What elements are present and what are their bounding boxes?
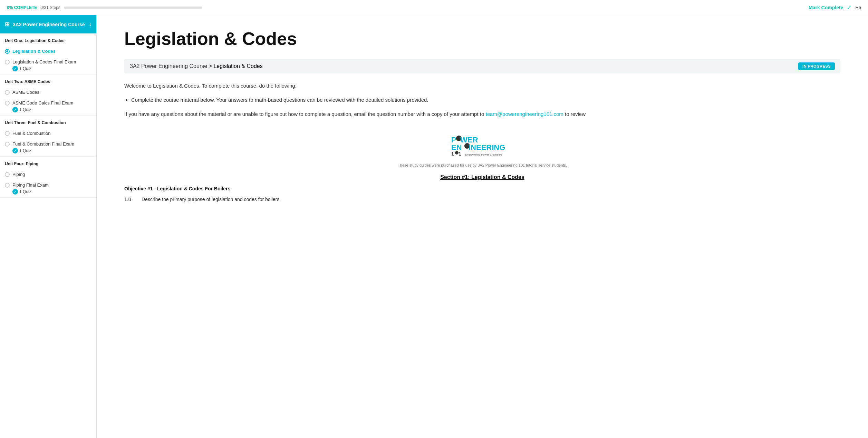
quiz-check-icon: ✓ xyxy=(12,148,18,153)
lesson-item-piping-exam[interactable]: Piping Final Exam ✓ 1 Quiz xyxy=(0,180,96,197)
unit-title-4: Unit Four: Piping xyxy=(0,157,96,169)
lesson-row: Legislation & Codes Final Exam xyxy=(5,59,91,64)
svg-text:1: 1 xyxy=(459,151,461,156)
quiz-text: 1 Quiz xyxy=(19,189,31,194)
unit-section-2: Unit Two: ASME Codes ASME Codes ASME Cod… xyxy=(0,74,96,116)
collapse-icon[interactable]: ‹ xyxy=(89,21,91,28)
lesson-item-piping[interactable]: Piping xyxy=(0,169,96,180)
quiz-text: 1 Quiz xyxy=(19,148,31,153)
lesson-row: Piping xyxy=(5,172,91,177)
svg-text:EN: EN xyxy=(451,143,462,152)
study-guide-note: These study guides were purchased for us… xyxy=(124,163,840,167)
breadcrumb-current: Legislation & Codes xyxy=(213,63,262,69)
lesson-row: Fuel & Combustion xyxy=(5,131,91,136)
quiz-badge: ✓ 1 Quiz xyxy=(12,107,91,112)
quiz-check-icon: ✓ xyxy=(12,189,18,195)
sidebar-header[interactable]: ⊞ 3A2 Power Engineering Course ‹ xyxy=(0,15,96,33)
unit-section-3: Unit Three: Fuel & Combustion Fuel & Com… xyxy=(0,116,96,157)
lesson-name: Piping xyxy=(12,172,25,177)
status-badge: IN PROGRESS xyxy=(798,62,835,70)
lesson-name: Legislation & Codes xyxy=(12,49,56,54)
breadcrumb: 3A2 Power Engineering Course > Legislati… xyxy=(130,63,263,69)
svg-text:INEERING: INEERING xyxy=(469,143,505,152)
email-suffix: to review xyxy=(563,111,586,117)
quiz-badge: ✓ 1 Quiz xyxy=(12,148,91,153)
company-logo: P WER EN INEERING 1 1 Empowering Power E… xyxy=(448,132,517,156)
he-text: He xyxy=(855,5,861,10)
item-text-1: Describe the primary purpose of legislat… xyxy=(142,196,281,203)
lesson-row: ASME Code Calcs Final Exam xyxy=(5,100,91,106)
progress-section: 0% COMPLETE 0/31 Steps xyxy=(7,5,809,10)
lesson-item-fuel-exam[interactable]: Fuel & Combustion Final Exam ✓ 1 Quiz xyxy=(0,139,96,156)
quiz-badge: ✓ 1 Quiz xyxy=(12,189,91,195)
unit-section-1: Unit One: Legislation & Codes Legislatio… xyxy=(0,33,96,74)
bullet-item-1: Complete the course material below. Your… xyxy=(131,96,840,104)
lesson-item-asme-codes[interactable]: ASME Codes xyxy=(0,87,96,98)
lesson-name: Fuel & Combustion xyxy=(12,131,51,136)
section-heading: Section #1: Legislation & Codes xyxy=(124,174,840,180)
page-title: Legislation & Codes xyxy=(124,29,840,49)
unit-title-2: Unit Two: ASME Codes xyxy=(0,74,96,87)
lesson-item-legislation-codes[interactable]: Legislation & Codes xyxy=(0,46,96,57)
content-area: Legislation & Codes 3A2 Power Engineerin… xyxy=(97,15,868,438)
svg-text:1: 1 xyxy=(451,151,454,156)
unit-title-1: Unit One: Legislation & Codes xyxy=(0,33,96,46)
mark-complete-section: Mark Complete ✓ He xyxy=(809,4,861,11)
grid-icon: ⊞ xyxy=(5,21,9,28)
numbered-item-1: 1.0 Describe the primary purpose of legi… xyxy=(124,196,840,203)
progress-bar xyxy=(64,7,202,9)
lesson-circle xyxy=(5,142,10,147)
lesson-row: Legislation & Codes xyxy=(5,49,91,54)
lesson-item-legislation-codes-exam[interactable]: Legislation & Codes Final Exam ✓ 1 Quiz xyxy=(0,57,96,74)
lesson-name: Piping Final Exam xyxy=(12,182,49,188)
quiz-text: 1 Quiz xyxy=(19,66,31,71)
lesson-row: Fuel & Combustion Final Exam xyxy=(5,141,91,147)
lesson-circle xyxy=(5,60,10,64)
lesson-circle xyxy=(5,172,10,177)
lesson-name: Legislation & Codes Final Exam xyxy=(12,59,76,64)
lesson-circle xyxy=(5,101,10,106)
lesson-item-asme-exam[interactable]: ASME Code Calcs Final Exam ✓ 1 Quiz xyxy=(0,98,96,115)
email-link[interactable]: team@powerengineering101.com xyxy=(485,111,563,117)
main-layout: ⊞ 3A2 Power Engineering Course ‹ Unit On… xyxy=(0,15,868,438)
lesson-circle-active xyxy=(5,49,10,54)
lesson-circle xyxy=(5,131,10,136)
sidebar: ⊞ 3A2 Power Engineering Course ‹ Unit On… xyxy=(0,15,97,438)
lesson-row: Piping Final Exam xyxy=(5,182,91,188)
lesson-circle xyxy=(5,90,10,95)
breadcrumb-course: 3A2 Power Engineering Course xyxy=(130,63,207,69)
svg-text:Empowering Power Engineers: Empowering Power Engineers xyxy=(465,153,502,156)
breadcrumb-separator: > xyxy=(207,63,213,69)
email-prefix: If you have any questions about the mate… xyxy=(124,111,485,117)
quiz-badge: ✓ 1 Quiz xyxy=(12,66,91,71)
unit-title-3: Unit Three: Fuel & Combustion xyxy=(0,116,96,128)
lesson-name: ASME Codes xyxy=(12,90,39,95)
bullet-list: Complete the course material below. Your… xyxy=(131,96,840,104)
sidebar-header-left: ⊞ 3A2 Power Engineering Course xyxy=(5,21,85,28)
quiz-text: 1 Quiz xyxy=(19,107,31,112)
lesson-circle xyxy=(5,183,10,188)
course-title: 3A2 Power Engineering Course xyxy=(13,22,85,27)
quiz-check-icon: ✓ xyxy=(12,66,18,71)
svg-point-7 xyxy=(455,151,459,155)
unit-section-4: Unit Four: Piping Piping Piping Final Ex… xyxy=(0,157,96,198)
lesson-item-fuel-combustion[interactable]: Fuel & Combustion xyxy=(0,128,96,139)
lesson-name: ASME Code Calcs Final Exam xyxy=(12,100,73,106)
progress-label: 0% COMPLETE xyxy=(7,5,37,10)
lesson-row: ASME Codes xyxy=(5,90,91,95)
item-number-1: 1.0 xyxy=(124,196,135,203)
lesson-name: Fuel & Combustion Final Exam xyxy=(12,141,74,147)
progress-steps: 0/31 Steps xyxy=(40,5,60,10)
top-bar: 0% COMPLETE 0/31 Steps Mark Complete ✓ H… xyxy=(0,0,868,15)
objective-heading: Objective #1 - Legislation & Codes For B… xyxy=(124,186,840,191)
welcome-text: Welcome to Legislation & Codes. To compl… xyxy=(124,82,840,90)
email-paragraph: If you have any questions about the mate… xyxy=(124,110,840,118)
check-icon: ✓ xyxy=(847,4,852,11)
quiz-check-icon: ✓ xyxy=(12,107,18,112)
breadcrumb-bar: 3A2 Power Engineering Course > Legislati… xyxy=(124,59,840,73)
logo-section: P WER EN INEERING 1 1 Empowering Power E… xyxy=(124,132,840,156)
mark-complete-button[interactable]: Mark Complete xyxy=(809,5,843,10)
